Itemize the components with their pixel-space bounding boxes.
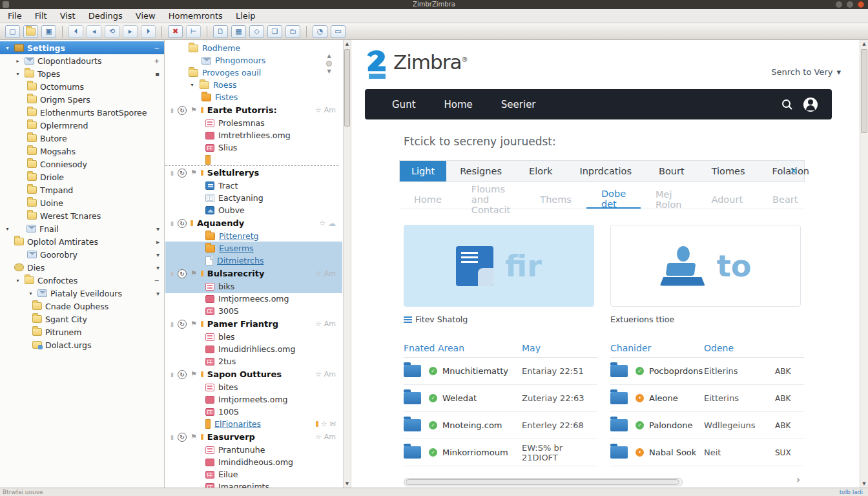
- sidebar-item[interactable]: Dies▾: [0, 261, 164, 274]
- tree-item[interactable]: ElFionarites☆✉: [165, 418, 342, 430]
- web-vertical-scrollbar[interactable]: ▲ ▼: [860, 40, 868, 488]
- expander-icon[interactable]: ▾: [14, 278, 21, 284]
- column-header[interactable]: Odene: [704, 343, 734, 353]
- tree-item[interactable]: 2tus: [165, 355, 342, 367]
- pin-icon[interactable]: ▪: [155, 70, 160, 78]
- scroll-down-arrow[interactable]: ▼: [344, 481, 351, 486]
- mail-icon[interactable]: ✉: [330, 420, 336, 428]
- tree-item[interactable]: ▾Roess: [165, 79, 342, 91]
- sidebar-item[interactable]: Driole: [0, 170, 164, 183]
- scrollbar-thumb[interactable]: [406, 479, 679, 485]
- new-page-button[interactable]: 🗋: [213, 25, 228, 38]
- list-item[interactable]: ✓WeledatZuteriay 22:63: [404, 385, 597, 412]
- split-window-button[interactable]: ❏: [267, 25, 282, 38]
- tree-item[interactable]: Imtjormeets.omg: [165, 393, 342, 406]
- refresh-circle-icon[interactable]: ↻: [178, 269, 187, 278]
- tree-item[interactable]: Oubve: [165, 204, 342, 216]
- expand-icon[interactable]: ▸: [156, 238, 160, 245]
- go-back-button[interactable]: ◂: [87, 25, 101, 38]
- menu-view[interactable]: View: [136, 11, 156, 21]
- tab-adourt[interactable]: Adourt: [697, 190, 758, 209]
- expander-icon[interactable]: ▾: [4, 45, 11, 51]
- tree-item[interactable]: Pittenretg: [165, 230, 342, 242]
- menu-dedings[interactable]: Dedings: [88, 11, 123, 21]
- refresh-circle-icon[interactable]: ↻: [178, 370, 187, 379]
- close-icon[interactable]: ✕: [789, 165, 798, 177]
- tab-floums-contacit[interactable]: Floums and Contacit: [457, 190, 525, 209]
- collapse-icon[interactable]: −: [154, 277, 160, 284]
- sidebar-item[interactable]: Mogsahs: [0, 145, 164, 158]
- tree-item[interactable]: Tract: [165, 180, 342, 192]
- nav-item-gunt[interactable]: Gunt: [392, 99, 416, 110]
- scroll-up-arrow[interactable]: ▲: [860, 41, 868, 46]
- tab-thems[interactable]: Thems: [525, 190, 586, 209]
- title-bar[interactable]: ZimbrZimbra: [0, 0, 868, 9]
- expander-icon[interactable]: ▸: [14, 58, 21, 64]
- menu-help[interactable]: Lleip: [236, 11, 256, 21]
- list-item[interactable]: ✓MinkorriomoumEW:S% br 21DIOFT: [404, 439, 597, 466]
- tab-tiomes[interactable]: Tiomes: [698, 161, 759, 181]
- refresh-circle-icon[interactable]: ↻: [178, 169, 187, 178]
- minimize-button[interactable]: [836, 1, 842, 8]
- sidebar-item-confoctes[interactable]: ▾Confoctes−: [0, 274, 164, 287]
- sidebar-item[interactable]: Pitrunem: [0, 326, 164, 338]
- tree-section[interactable]: ▮↻⚑Pamer Friantrg☆Am: [165, 317, 342, 331]
- tree-item[interactable]: 300S: [165, 305, 342, 317]
- sidebar-item[interactable]: Werest Tcnares: [0, 209, 164, 222]
- refresh-circle-icon[interactable]: ↻: [178, 320, 187, 329]
- tree-section[interactable]: ▮↻⚑Sapon Outtures☆Am: [165, 367, 342, 381]
- tab-elork[interactable]: Elork: [515, 161, 566, 181]
- feature-card-person[interactable]: to: [610, 225, 801, 307]
- dropdown-icon[interactable]: ▾: [156, 290, 160, 297]
- menu-vist[interactable]: Vist: [60, 11, 76, 21]
- tree-section[interactable]: ▮↻⚑Bulsarecrity☆Am: [165, 267, 342, 280]
- tree-item[interactable]: Prolesmnas: [165, 117, 342, 129]
- pin-left-button[interactable]: ⊢: [186, 25, 201, 38]
- list-item[interactable]: ✓Mnoteing.comEnterley 22:68: [404, 412, 597, 439]
- tab-dobe-det[interactable]: Dobe det: [586, 190, 641, 209]
- tab-resignes[interactable]: Resignes: [446, 161, 515, 181]
- sidebar-item[interactable]: Goorobry▾: [0, 248, 164, 261]
- tree-item[interactable]: Eactyaning: [165, 192, 342, 204]
- tree-item[interactable]: Phngomours: [165, 54, 342, 67]
- sidebar-item[interactable]: ▾Topes▪: [0, 67, 164, 80]
- table-button[interactable]: ▦: [231, 25, 246, 38]
- sidebar-item[interactable]: Elothenmurts BarotSporee: [0, 106, 164, 119]
- scroll-up-icon[interactable]: ▲: [327, 53, 331, 59]
- list-item[interactable]: ✓PalondoneWdllegeiunsABK: [610, 412, 804, 439]
- tree-item[interactable]: bles: [165, 331, 342, 343]
- add-button[interactable]: +: [154, 57, 160, 65]
- tree-section-selected[interactable]: ▮↻Aquaendy☆☁: [165, 216, 342, 230]
- star-icon[interactable]: ☆: [315, 106, 322, 114]
- tree-item[interactable]: Imindidheous.omg: [165, 456, 342, 468]
- tree-item[interactable]: Provoges oauil: [165, 67, 342, 79]
- save-button[interactable]: ▣: [41, 25, 56, 38]
- tree-item[interactable]: Imudidrihliecs.omg: [165, 343, 342, 355]
- tab-beart[interactable]: Beart: [758, 190, 812, 209]
- refresh-circle-icon[interactable]: ↻: [178, 433, 187, 442]
- sidebar-item[interactable]: Oplotol Amtirates▸: [0, 235, 164, 248]
- tab-mej-rolon[interactable]: Mej Rolon: [641, 190, 696, 209]
- star-icon[interactable]: ☆: [321, 420, 327, 428]
- menu-file[interactable]: File: [8, 11, 22, 21]
- tab-light[interactable]: Light: [400, 161, 446, 181]
- dropdown-icon[interactable]: ▾: [156, 251, 160, 258]
- search-scope-dropdown[interactable]: Senrch to Very▾: [771, 67, 841, 77]
- tree-section[interactable]: ▮↻⚑Seltulrerys: [165, 166, 342, 180]
- list-item[interactable]: •AleoneEitterinsABK: [610, 385, 804, 412]
- horizontal-scrollbar[interactable]: [404, 478, 683, 486]
- dropdown-icon[interactable]: ▾: [156, 225, 160, 232]
- tree-item[interactable]: Eilue: [165, 468, 342, 480]
- dropdown-icon[interactable]: ▾: [156, 264, 160, 271]
- nav-item-home[interactable]: Home: [444, 99, 473, 110]
- search-icon[interactable]: [781, 99, 793, 110]
- menu-filt[interactable]: Filt: [35, 11, 47, 21]
- menu-homemronts[interactable]: Homemronts: [169, 11, 223, 21]
- sidebar-item[interactable]: Origm Spers: [0, 93, 164, 106]
- list-item[interactable]: •Nabal SookNeitSUX: [610, 439, 804, 466]
- delete-button[interactable]: ✖: [168, 25, 183, 38]
- scroll-up-arrow[interactable]: ▲: [344, 41, 351, 46]
- scroll-right-chevron[interactable]: ›: [796, 474, 800, 486]
- tree-item[interactable]: Slius: [165, 141, 342, 154]
- sidebar-item-settings[interactable]: ▾Settings−: [0, 41, 164, 54]
